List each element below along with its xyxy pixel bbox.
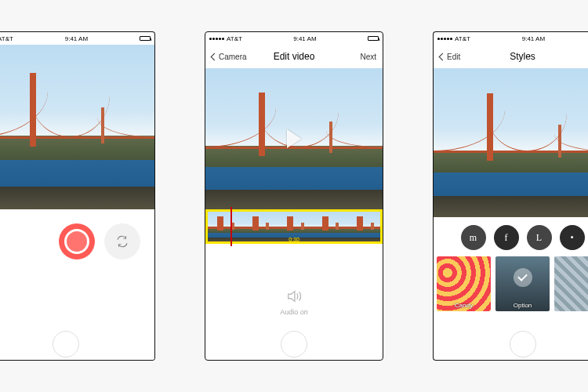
audio-label: Audio on [280,308,308,316]
style-thumbnail[interactable]: Candy [437,256,491,311]
style-category-button[interactable]: f [494,225,519,250]
phone-edit-video-screen: AT&T 9:41 AM Camera Edit video Next 0:30 [205,31,383,361]
style-thumbnails-row: Candy Option [434,256,588,314]
chevron-left-icon [211,53,219,60]
clock-label: 9:41 AM [522,35,545,42]
next-button[interactable]: Next [333,53,376,61]
checkmark-icon [514,268,532,287]
timeline-duration: 0:30 [289,237,299,242]
switch-camera-icon [115,234,129,249]
back-label: Edit [447,53,460,61]
status-bar: AT&T 9:41 AM [205,32,383,45]
home-button[interactable] [281,331,307,358]
switch-camera-button[interactable] [104,223,140,260]
back-button[interactable]: Camera [212,53,255,61]
status-bar: AT&T 9:41 AM [0,32,154,45]
speaker-icon [285,288,303,305]
style-thumbnail[interactable]: Option [495,256,550,311]
clock-label: 9:41 AM [293,35,316,42]
style-thumb-label: Candy [437,302,491,309]
record-button[interactable] [59,223,95,260]
style-category-button[interactable]: L [527,225,552,250]
play-icon [287,129,301,148]
status-bar: AT&T 9:41 AM [434,32,588,45]
camera-viewfinder [0,45,154,209]
phone-styles-screen: AT&T 9:41 AM Edit Styles m f L • Candy O… [433,31,588,361]
styled-preview [434,68,588,217]
video-preview[interactable] [205,68,383,209]
nav-bar: Edit Styles [434,45,588,68]
page-title: Styles [483,51,562,62]
next-label: Next [360,53,376,61]
battery-icon [140,36,151,41]
back-label: Camera [219,53,247,61]
style-thumbnail[interactable] [554,256,588,311]
style-category-button[interactable]: m [461,225,486,250]
style-category-button[interactable]: • [560,225,585,250]
playhead[interactable] [230,207,232,246]
nav-bar: Camera Edit video Next [205,45,383,68]
clock-label: 9:41 AM [65,35,88,42]
phone-camera-screen: AT&T 9:41 AM VIDEO [0,31,155,361]
style-category-row: m f L • [434,217,588,256]
carrier-label: AT&T [227,35,242,42]
trim-timeline[interactable]: 0:30 [205,209,383,244]
page-title: Edit video [255,51,333,62]
home-button[interactable] [53,331,79,358]
carrier-label: AT&T [455,35,470,42]
home-button[interactable] [510,331,536,358]
carrier-label: AT&T [0,35,13,42]
style-thumb-label: Option [495,302,550,309]
back-button[interactable]: Edit [440,53,483,61]
chevron-left-icon [439,53,447,60]
battery-icon [368,36,379,41]
